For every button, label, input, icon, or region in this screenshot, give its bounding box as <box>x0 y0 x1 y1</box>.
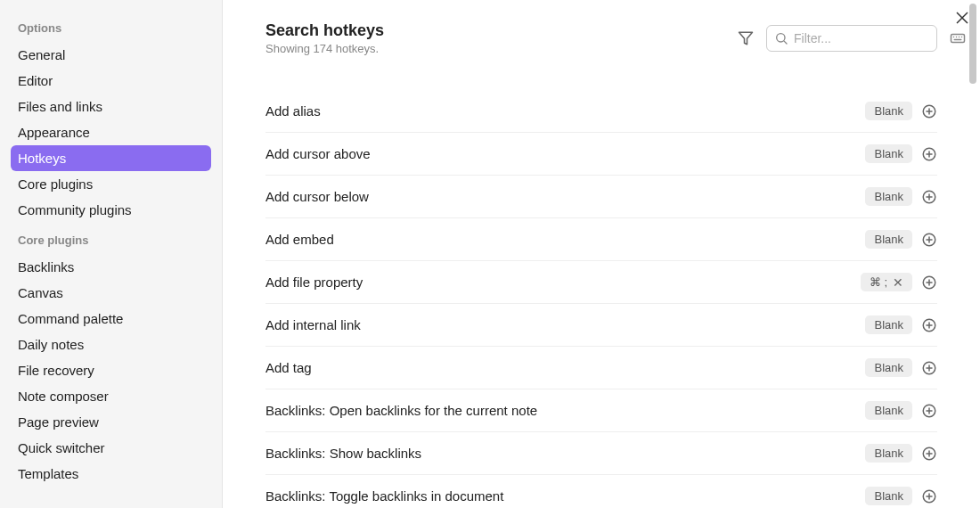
sidebar-item-quick-switcher[interactable]: Quick switcher <box>11 435 211 461</box>
hotkey-binding-label: ⌘ ; <box>870 275 887 289</box>
hotkey-blank-badge: Blank <box>865 444 912 463</box>
add-hotkey-button[interactable] <box>921 274 937 291</box>
plus-circle-icon <box>921 274 937 291</box>
svg-marker-2 <box>739 32 753 45</box>
hotkey-blank-badge: Blank <box>865 102 912 120</box>
hotkey-actions: Blank <box>865 230 937 249</box>
svg-rect-5 <box>951 35 965 43</box>
add-hotkey-button[interactable] <box>921 360 937 376</box>
hotkey-actions: Blank <box>865 487 937 505</box>
hotkey-blank-label: Blank <box>874 190 903 203</box>
sidebar-item-editor[interactable]: Editor <box>11 68 211 94</box>
hotkey-blank-label: Blank <box>874 318 903 332</box>
hotkey-actions: Blank <box>865 187 937 206</box>
hotkey-list: Add aliasBlankAdd cursor aboveBlankAdd c… <box>265 80 937 508</box>
hotkey-row: Backlinks: Show backlinksBlank <box>265 432 937 475</box>
plus-circle-icon <box>921 232 937 248</box>
add-hotkey-button[interactable] <box>921 232 937 248</box>
sidebar-item-canvas[interactable]: Canvas <box>11 280 211 306</box>
sidebar-item-note-composer[interactable]: Note composer <box>11 383 211 409</box>
content-pane: Search hotkeys Showing 174 hotkeys. <box>223 0 980 508</box>
hotkey-blank-label: Blank <box>874 104 903 118</box>
plus-circle-icon <box>921 189 937 205</box>
hotkey-name: Backlinks: Open backlinks for the curren… <box>265 403 537 418</box>
plus-circle-icon <box>921 103 937 119</box>
sidebar-item-community-plugins[interactable]: Community plugins <box>11 197 211 223</box>
hotkey-actions: Blank <box>865 444 937 463</box>
hotkey-row: Add internal linkBlank <box>265 304 937 347</box>
add-hotkey-button[interactable] <box>921 446 937 462</box>
plus-circle-icon <box>921 403 937 419</box>
hotkey-row: Add cursor belowBlank <box>265 176 937 218</box>
hotkey-name: Add alias <box>265 103 321 119</box>
hotkey-actions: Blank <box>865 144 937 163</box>
add-hotkey-button[interactable] <box>921 317 937 333</box>
svg-line-4 <box>784 41 787 44</box>
page-title: Search hotkeys <box>265 21 384 40</box>
search-field[interactable] <box>766 25 937 52</box>
scrollbar[interactable] <box>966 0 980 508</box>
sidebar-item-general[interactable]: General <box>11 42 211 68</box>
hotkey-blank-label: Blank <box>874 361 903 374</box>
plus-circle-icon <box>921 317 937 333</box>
hotkey-actions: Blank <box>865 315 937 334</box>
plus-circle-icon <box>921 360 937 376</box>
hotkey-blank-badge: Blank <box>865 315 912 334</box>
sidebar-item-hotkeys[interactable]: Hotkeys <box>11 145 211 171</box>
add-hotkey-button[interactable] <box>921 146 937 162</box>
header-row: Search hotkeys Showing 174 hotkeys. <box>265 21 937 55</box>
hotkey-row: Add file property⌘ ;✕ <box>265 261 937 304</box>
hotkey-name: Add cursor below <box>265 189 369 204</box>
sidebar-item-appearance[interactable]: Appearance <box>11 119 211 145</box>
search-icon <box>774 31 788 45</box>
remove-binding-button[interactable]: ✕ <box>893 276 903 289</box>
plus-circle-icon <box>921 488 937 504</box>
sidebar: Options GeneralEditorFiles and linksAppe… <box>0 0 223 508</box>
hotkey-blank-label: Blank <box>874 447 903 460</box>
hotkey-blank-badge: Blank <box>865 401 912 420</box>
hotkey-actions: ⌘ ;✕ <box>861 273 937 291</box>
settings-modal: Options GeneralEditorFiles and linksAppe… <box>0 0 980 508</box>
scrollbar-thumb[interactable] <box>969 4 976 84</box>
hotkey-blank-label: Blank <box>874 489 903 503</box>
filter-button[interactable] <box>736 29 755 48</box>
sidebar-item-core-plugins[interactable]: Core plugins <box>11 171 211 197</box>
add-hotkey-button[interactable] <box>921 403 937 419</box>
sidebar-item-page-preview[interactable]: Page preview <box>11 409 211 435</box>
funnel-icon <box>738 30 754 46</box>
search-input[interactable] <box>794 31 950 45</box>
page-subtitle: Showing 174 hotkeys. <box>265 42 384 55</box>
sidebar-item-file-recovery[interactable]: File recovery <box>11 357 211 383</box>
add-hotkey-button[interactable] <box>921 189 937 205</box>
sidebar-header-options: Options <box>11 11 211 42</box>
hotkey-binding-badge[interactable]: ⌘ ;✕ <box>861 273 912 291</box>
add-hotkey-button[interactable] <box>921 103 937 119</box>
hotkey-blank-badge: Blank <box>865 230 912 249</box>
sidebar-item-templates[interactable]: Templates <box>11 461 211 487</box>
sidebar-item-command-palette[interactable]: Command palette <box>11 306 211 332</box>
keyboard-icon <box>950 30 966 46</box>
hotkey-blank-badge: Blank <box>865 144 912 163</box>
plus-circle-icon <box>921 146 937 162</box>
sidebar-item-files-and-links[interactable]: Files and links <box>11 94 211 119</box>
hotkey-blank-label: Blank <box>874 404 903 417</box>
hotkey-row: Add tagBlank <box>265 347 937 389</box>
hotkey-row: Backlinks: Open backlinks for the curren… <box>265 389 937 432</box>
hotkey-name: Add file property <box>265 274 363 290</box>
sidebar-item-backlinks[interactable]: Backlinks <box>11 254 211 280</box>
hotkey-row: Backlinks: Toggle backlinks in documentB… <box>265 475 937 508</box>
hotkey-name: Add cursor above <box>265 146 371 161</box>
hotkey-name: Add internal link <box>265 317 361 332</box>
hotkey-row: Add aliasBlank <box>265 80 937 133</box>
add-hotkey-button[interactable] <box>921 488 937 504</box>
hotkey-row: Add cursor aboveBlank <box>265 133 937 176</box>
hotkey-blank-label: Blank <box>874 233 903 246</box>
sidebar-item-daily-notes[interactable]: Daily notes <box>11 332 211 357</box>
svg-point-3 <box>777 34 785 42</box>
hotkey-name: Add embed <box>265 232 334 247</box>
hotkey-actions: Blank <box>865 401 937 420</box>
sidebar-header-core-plugins: Core plugins <box>11 223 211 254</box>
hotkey-blank-badge: Blank <box>865 487 912 505</box>
hotkey-blank-badge: Blank <box>865 187 912 206</box>
hotkey-name: Backlinks: Show backlinks <box>265 446 421 461</box>
